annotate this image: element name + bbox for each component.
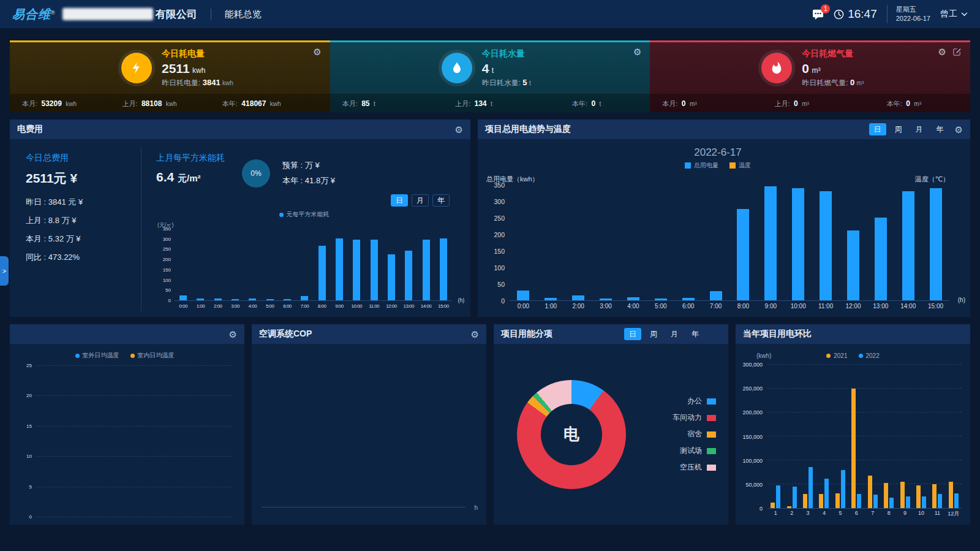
- chart-bar: [930, 188, 942, 300]
- gear-icon[interactable]: ⚙: [938, 47, 946, 56]
- edit-icon[interactable]: [952, 47, 962, 56]
- gear-icon[interactable]: ⚙: [471, 330, 479, 339]
- axis-tick: 15:00: [435, 303, 452, 309]
- cop-axis-line: [262, 507, 466, 507]
- legend-item-室外日均温度[interactable]: 室外日均温度: [75, 351, 119, 360]
- breakdown-legend-车间动力[interactable]: 车间动力: [673, 412, 716, 423]
- axis-tick: 0:00: [175, 303, 192, 309]
- tab-周[interactable]: 周: [645, 328, 662, 340]
- user-name: 曾工: [940, 9, 957, 20]
- chart-bar: [266, 299, 274, 300]
- budget-info: 预算 : 万 ¥ 本年 : 41.8万 ¥: [282, 158, 335, 188]
- legend-item-室内日均温度[interactable]: 室内日均温度: [130, 351, 175, 360]
- app-logo: 易合维®: [12, 6, 55, 23]
- gear-icon[interactable]: ⚙: [955, 125, 963, 134]
- chart-bar-2022: [873, 495, 878, 508]
- axis-tick: 200: [494, 232, 505, 238]
- x-axis-unit: (h): [458, 297, 464, 303]
- tab-日[interactable]: 日: [869, 123, 886, 135]
- chart-bar-2021: [803, 494, 807, 508]
- axis-tick: 10: [913, 510, 929, 518]
- x-axis-unit: (h): [958, 297, 965, 303]
- tab-月[interactable]: 月: [911, 123, 928, 135]
- gear-icon[interactable]: ⚙: [229, 330, 237, 339]
- footer-stat: 本年: 0 m³: [887, 97, 921, 108]
- tab-年[interactable]: 年: [932, 123, 949, 135]
- axis-tick: 1:00: [192, 303, 209, 309]
- tab-周[interactable]: 周: [890, 123, 907, 135]
- chart-bar: [820, 191, 832, 300]
- y-axis-unit: (kwh): [756, 352, 771, 359]
- nav-menu-energy-overview[interactable]: 能耗总览: [225, 9, 262, 20]
- tab-日[interactable]: 日: [624, 328, 641, 340]
- axis-tick: 0: [29, 515, 32, 520]
- user-menu[interactable]: 曾工: [940, 9, 968, 20]
- trend-date: 2022-6-17: [486, 146, 949, 159]
- sqm-label: 上月每平方米能耗: [156, 153, 225, 164]
- trend-tabs: 日周月年: [865, 123, 949, 135]
- axis-tick: 50: [497, 281, 505, 288]
- chart-bar-2021: [932, 484, 937, 508]
- company-name-blurred: [62, 8, 153, 20]
- gear-icon[interactable]: ⚙: [455, 125, 463, 134]
- panel-power-trend: 项目总用电趋势与温度 日周月年 ⚙ 2022-6-17 总用电量温度 总用电量（…: [478, 120, 970, 317]
- axis-tick: 15:00: [922, 303, 949, 310]
- chart-bar-2022: [906, 496, 910, 508]
- tab-月[interactable]: 月: [412, 194, 429, 207]
- footer-stat: 本月: 53209 kwh: [22, 97, 77, 108]
- axis-tick: 3:00: [227, 303, 244, 309]
- axis-tick: 50: [165, 288, 171, 293]
- legend-item-2021[interactable]: 2021: [826, 352, 847, 359]
- breakdown-legend-测试场[interactable]: 测试场: [673, 446, 716, 456]
- axis-tick: 300,000: [742, 362, 763, 368]
- breakdown-legend-办公[interactable]: 办公: [673, 396, 716, 406]
- cost-stat-line: 昨日 : 3841 元 ¥: [26, 197, 141, 208]
- axis-tick: 300: [494, 199, 505, 205]
- gear-icon[interactable]: ⚙: [313, 47, 321, 56]
- chart-bar-2022: [793, 487, 797, 508]
- chart-bar-2022: [922, 496, 926, 508]
- axis-tick: 350: [163, 227, 171, 232]
- trend-legend: 总用电量温度: [486, 161, 949, 170]
- axis-tick: 250: [494, 215, 505, 222]
- panel-title: 当年项目用电环比: [743, 329, 812, 340]
- lightning-icon: [121, 53, 152, 83]
- chart-bar-2021: [949, 482, 953, 508]
- axis-tick: 8:00: [314, 303, 331, 309]
- kpi-card-water: ⚙ 今日耗水量 4 t 昨日耗水量: 5 t 本月: 85 t上月: 134 t…: [330, 40, 650, 112]
- axis-tick: 150: [494, 248, 505, 255]
- breakdown-legend: 办公车间动力宿舍测试场空压机: [673, 396, 716, 473]
- panel-title: 项目用能分项: [501, 329, 552, 340]
- messages-button[interactable]: 1: [812, 9, 824, 20]
- legend-item-温度[interactable]: 温度: [729, 161, 751, 170]
- breakdown-legend-空压机[interactable]: 空压机: [673, 462, 716, 473]
- axis-tick: 9:00: [757, 303, 785, 310]
- chart-bar-2022: [824, 479, 829, 508]
- axis-tick: 100,000: [742, 458, 763, 463]
- chart-bar: [423, 240, 430, 300]
- tab-月[interactable]: 月: [666, 328, 683, 340]
- axis-tick: 0: [168, 298, 171, 303]
- axis-tick: 150: [163, 268, 171, 273]
- chart-bar: [764, 186, 777, 300]
- tab-年[interactable]: 年: [687, 328, 704, 340]
- axis-tick: 1: [767, 510, 783, 518]
- axis-tick: 4: [816, 510, 832, 518]
- chart-bar-2022: [889, 498, 894, 508]
- chart-bar: [710, 291, 722, 300]
- card-footer: 本月: 53209 kwh上月: 88108 kwh本年: 418067 kwh: [10, 94, 330, 112]
- budget-label: 预算 : 万 ¥: [282, 158, 335, 173]
- tab-日[interactable]: 日: [391, 194, 408, 207]
- chart-bar-2021: [819, 494, 823, 508]
- flame-icon: [761, 53, 792, 83]
- gear-icon[interactable]: ⚙: [633, 47, 641, 56]
- axis-tick: 6:00: [674, 303, 702, 310]
- legend-item-2022[interactable]: 2022: [859, 352, 880, 359]
- tab-年[interactable]: 年: [432, 194, 450, 207]
- legend-item-元每平方米能耗[interactable]: 元每平方米能耗: [279, 210, 330, 219]
- axis-tick: 7:00: [296, 303, 313, 309]
- breakdown-legend-宿舍[interactable]: 宿舍: [673, 429, 716, 439]
- axis-tick: 3: [800, 510, 816, 518]
- legend-item-总用电量[interactable]: 总用电量: [685, 161, 718, 170]
- sidebar-expand-handle[interactable]: >: [0, 256, 9, 286]
